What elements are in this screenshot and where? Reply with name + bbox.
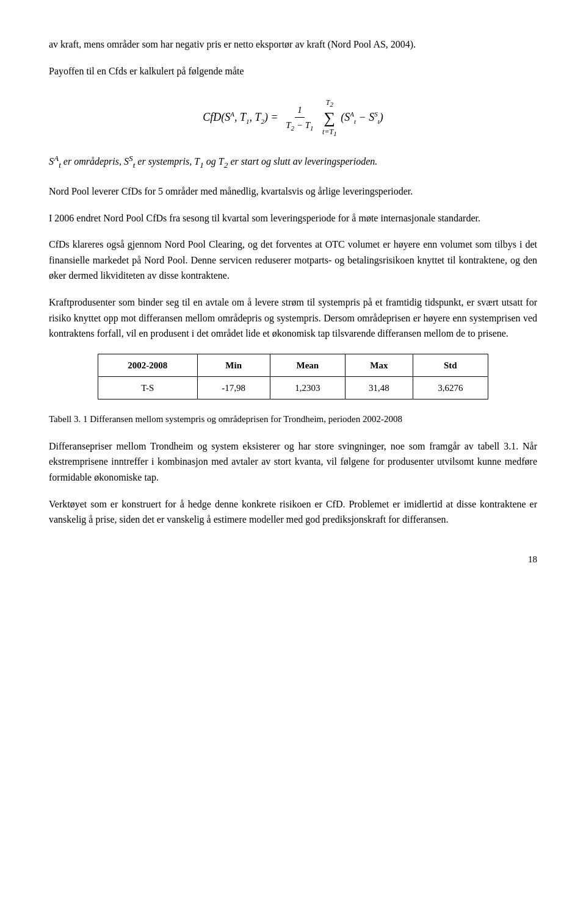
paragraph-5: CfDs klareres også gjennom Nord Pool Cle… bbox=[49, 237, 537, 284]
para7-text: Differansepriser mellom Trondheim og sys… bbox=[49, 441, 537, 482]
paragraph-7: Differansepriser mellom Trondheim og sys… bbox=[49, 439, 537, 485]
formula-block: CfD(SA, T1, T2) = 1 T2 − T1 T2 ∑ t=T1 (S… bbox=[49, 97, 537, 140]
page-number: 18 bbox=[49, 552, 537, 567]
table-header-mean: Mean bbox=[270, 354, 345, 376]
table-row: T-S -17,98 1,2303 31,48 3,6276 bbox=[98, 376, 488, 399]
para5-text: CfDs klareres også gjennom Nord Pool Cle… bbox=[49, 239, 537, 281]
subscript-section: SAt er områdepris, SSt er systempris, T1… bbox=[49, 152, 537, 171]
table-header-min: Min bbox=[197, 354, 270, 376]
para8-text: Verktøyet som er konstruert for å hedge … bbox=[49, 499, 537, 525]
table-header-period: 2002-2008 bbox=[98, 354, 198, 376]
para2-intro-text: Payoffen til en Cfds er kalkulert på føl… bbox=[49, 66, 244, 76]
stats-table: 2002-2008 Min Mean Max Std T-S -17,98 1,… bbox=[98, 354, 488, 399]
table-cell-max: 31,48 bbox=[345, 376, 413, 399]
fraction-denominator: T2 − T1 bbox=[283, 118, 316, 134]
table-cell-min: -17,98 bbox=[197, 376, 270, 399]
fraction: 1 T2 − T1 bbox=[283, 102, 316, 134]
para4-text: I 2006 endret Nord Pool CfDs fra sesong … bbox=[49, 213, 480, 223]
paragraph-6: Kraftprodusenter som binder seg til en a… bbox=[49, 295, 537, 342]
paragraph-1: av kraft, mens områder som har negativ p… bbox=[49, 37, 537, 52]
table-header-max: Max bbox=[345, 354, 413, 376]
table-caption: Tabell 3. 1 Differansen mellom systempri… bbox=[49, 412, 537, 426]
paragraph-4: I 2006 endret Nord Pool CfDs fra sesong … bbox=[49, 210, 537, 226]
sigma-upper: T2 bbox=[326, 97, 333, 110]
sigma-block: T2 ∑ t=T1 bbox=[322, 97, 337, 140]
sigma-symbol: ∑ bbox=[324, 110, 336, 126]
table-header-row: 2002-2008 Min Mean Max Std bbox=[98, 354, 488, 376]
para1-text: av kraft, mens områder som har negativ p… bbox=[49, 39, 416, 49]
table-cell-label: T-S bbox=[98, 376, 198, 399]
table-header-std: Std bbox=[413, 354, 488, 376]
paragraph-2-intro: Payoffen til en Cfds er kalkulert på føl… bbox=[49, 63, 537, 79]
table-cell-mean: 1,2303 bbox=[270, 376, 345, 399]
sigma-lower: t=T1 bbox=[322, 126, 337, 140]
page-number-text: 18 bbox=[528, 554, 537, 564]
para3-text: Nord Pool leverer CfDs for 5 områder med… bbox=[49, 186, 413, 196]
para6-text: Kraftprodusenter som binder seg til en a… bbox=[49, 297, 537, 338]
paragraph-3: Nord Pool leverer CfDs for 5 områder med… bbox=[49, 184, 537, 199]
table-cell-std: 3,6276 bbox=[413, 376, 488, 399]
paragraph-8: Verktøyet som er konstruert for å hedge … bbox=[49, 496, 537, 528]
fraction-numerator: 1 bbox=[295, 102, 305, 118]
formula: CfD(SA, T1, T2) = 1 T2 − T1 T2 ∑ t=T1 (S… bbox=[203, 97, 383, 140]
caption-text: Tabell 3. 1 Differansen mellom systempri… bbox=[49, 414, 402, 424]
page-content: av kraft, mens områder som har negativ p… bbox=[49, 37, 537, 567]
